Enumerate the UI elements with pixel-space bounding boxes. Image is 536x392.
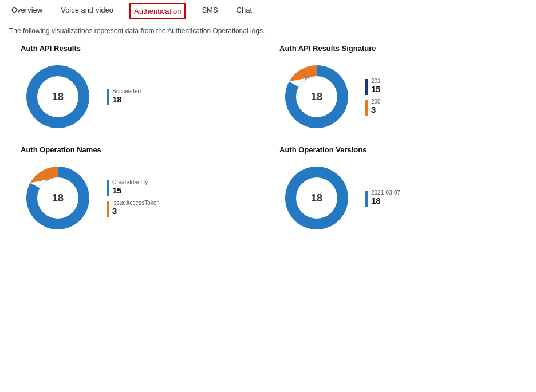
legend-auth-api-results: Succeeded18 [107, 88, 141, 105]
chart-title-auth-api-results-signature: Auth API Results Signature [279, 44, 515, 53]
legend-value: 3 [112, 206, 160, 216]
nav-item-overview[interactable]: Overview [9, 0, 45, 21]
donut-auth-operation-names: 18 [21, 161, 95, 235]
chart-section-auth-operation-versions: Auth Operation Versions182021-03-0718 [268, 145, 527, 235]
donut-center-value-auth-api-results: 18 [52, 91, 64, 103]
legend-text: Succeeded18 [112, 88, 141, 105]
legend-value: 18 [371, 196, 400, 206]
donut-center-value-auth-operation-versions: 18 [311, 192, 322, 204]
chart-content-auth-api-results: 18Succeeded18 [21, 60, 257, 134]
legend-item: CreateIdentity15 [107, 179, 160, 196]
legend-item: Succeeded18 [107, 88, 141, 105]
legend-color-bar [107, 89, 109, 105]
legend-color-bar [365, 191, 368, 207]
nav-item-sms[interactable]: SMS [199, 0, 220, 21]
legend-color-bar [365, 79, 368, 95]
legend-label: 200 [371, 98, 381, 105]
chart-title-auth-operation-names: Auth Operation Names [21, 145, 257, 154]
legend-value: 18 [112, 94, 141, 105]
donut-auth-api-results-signature: 18 [279, 60, 354, 134]
donut-center-value-auth-api-results-signature: 18 [311, 91, 322, 103]
legend-value: 15 [371, 84, 381, 94]
legend-text: CreateIdentity15 [112, 179, 148, 196]
legend-label: IssueAccessToken [112, 200, 160, 206]
legend-item: 2003 [365, 98, 381, 116]
legend-color-bar [365, 100, 368, 116]
nav-item-chat[interactable]: Chat [234, 0, 254, 21]
legend-text: 2003 [371, 98, 381, 115]
legend-label: 2021-03-07 [371, 189, 400, 196]
legend-item: IssueAccessToken3 [107, 200, 160, 217]
donut-auth-operation-versions: 18 [279, 161, 354, 235]
legend-auth-api-results-signature: 201152003 [365, 78, 381, 116]
nav-item-voice-and-video[interactable]: Voice and video [58, 0, 116, 21]
legend-auth-operation-names: CreateIdentity15IssueAccessToken3 [107, 179, 160, 217]
legend-label: Succeeded [112, 88, 141, 94]
chart-title-auth-api-results: Auth API Results [21, 44, 257, 53]
donut-center-value-auth-operation-names: 18 [52, 192, 64, 204]
legend-value: 3 [371, 105, 381, 115]
legend-item: 20115 [365, 78, 381, 95]
chart-content-auth-operation-names: 18CreateIdentity15IssueAccessToken3 [21, 161, 257, 235]
charts-container: Auth API Results18Succeeded18Auth API Re… [0, 44, 536, 244]
navigation-bar: OverviewVoice and videoAuthenticationSMS… [0, 0, 536, 21]
legend-text: 20115 [371, 78, 381, 94]
legend-auth-operation-versions: 2021-03-0718 [365, 189, 400, 207]
donut-auth-api-results: 18 [21, 60, 95, 134]
chart-section-auth-api-results: Auth API Results18Succeeded18 [9, 44, 268, 134]
nav-item-authentication[interactable]: Authentication [129, 3, 186, 19]
legend-label: CreateIdentity [112, 179, 148, 185]
chart-section-auth-api-results-signature: Auth API Results Signature18201152003 [268, 44, 527, 134]
page-subtitle: The following visualizations represent d… [0, 21, 536, 44]
chart-content-auth-api-results-signature: 18201152003 [279, 60, 515, 134]
legend-value: 15 [112, 185, 148, 196]
chart-content-auth-operation-versions: 182021-03-0718 [279, 161, 515, 235]
legend-label: 201 [371, 78, 381, 84]
legend-item: 2021-03-0718 [365, 189, 400, 207]
chart-title-auth-operation-versions: Auth Operation Versions [279, 145, 515, 154]
legend-text: IssueAccessToken3 [112, 200, 160, 216]
legend-color-bar [107, 180, 109, 196]
legend-color-bar [107, 201, 109, 217]
legend-text: 2021-03-0718 [371, 189, 400, 206]
chart-section-auth-operation-names: Auth Operation Names18CreateIdentity15Is… [9, 145, 268, 235]
